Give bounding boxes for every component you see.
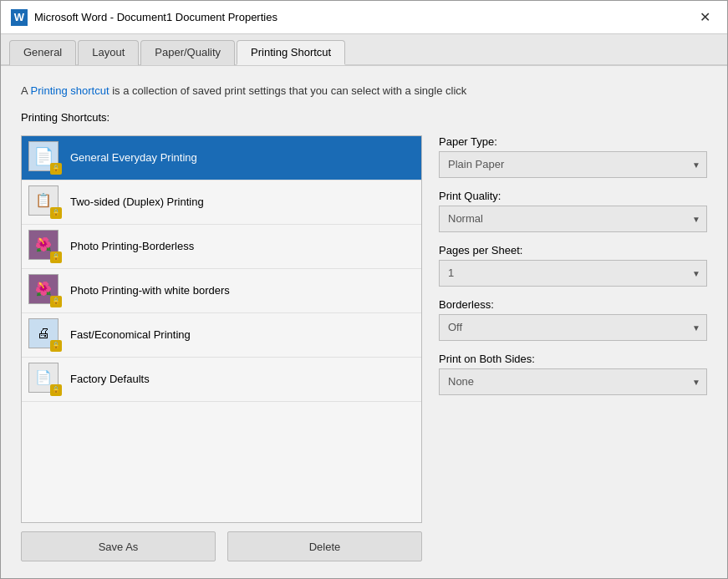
paper-type-wrapper: Plain Paper ▼ <box>439 151 707 178</box>
print-quality-group: Print Quality: Normal ▼ <box>439 190 707 232</box>
close-button[interactable]: ✕ <box>692 5 717 30</box>
paper-type-select[interactable]: Plain Paper <box>439 151 707 178</box>
item-icon-general: 📄 🔒 <box>28 141 62 175</box>
item-label-economy: Fast/Economical Printing <box>70 328 191 341</box>
shortcuts-list: 📄 🔒 General Everyday Printing 📋 🔒 Two-si… <box>21 135 422 524</box>
tab-content: A Printing shortcut is a collection of s… <box>1 66 727 578</box>
dialog-window: W Microsoft Word - Document1 Document Pr… <box>0 0 728 579</box>
tab-layout[interactable]: Layout <box>78 40 139 65</box>
lock-badge: 🔒 <box>50 163 62 175</box>
lock-badge: 🔒 <box>50 251 62 263</box>
right-panel: Paper Type: Plain Paper ▼ Print Quality:… <box>439 135 707 562</box>
list-item[interactable]: 📄 🔒 General Everyday Printing <box>22 136 421 180</box>
print-both-sides-label: Print on Both Sides: <box>439 353 707 365</box>
delete-button[interactable]: Delete <box>227 531 422 561</box>
item-icon-factory: 📄 🔒 <box>28 363 62 396</box>
pages-per-sheet-label: Pages per Sheet: <box>439 244 707 256</box>
list-item[interactable]: 🌺 🔒 Photo Printing-with white borders <box>22 269 421 313</box>
paper-type-group: Paper Type: Plain Paper ▼ <box>439 135 707 178</box>
tab-bar: General Layout Paper/Quality Printing Sh… <box>1 34 727 66</box>
title-bar: W Microsoft Word - Document1 Document Pr… <box>1 1 727 34</box>
list-item[interactable]: 📄 🔒 Factory Defaults <box>22 358 421 402</box>
list-item[interactable]: 🖨 🔒 Fast/Economical Printing <box>22 313 421 358</box>
dialog-title: Microsoft Word - Document1 Document Prop… <box>34 11 277 23</box>
paper-type-label: Paper Type: <box>439 135 707 148</box>
list-panel: 📄 🔒 General Everyday Printing 📋 🔒 Two-si… <box>21 135 422 562</box>
tab-printing-shortcut[interactable]: Printing Shortcut <box>237 40 345 65</box>
pages-per-sheet-select[interactable]: 1 <box>439 260 707 287</box>
item-icon-photo-b: 🌺 🔒 <box>28 230 62 263</box>
borderless-group: Borderless: Off ▼ <box>439 298 707 341</box>
save-as-button[interactable]: Save As <box>21 531 216 561</box>
print-quality-wrapper: Normal ▼ <box>439 206 707 232</box>
pages-per-sheet-wrapper: 1 ▼ <box>439 260 707 287</box>
print-both-sides-wrapper: None ▼ <box>439 368 707 395</box>
pages-per-sheet-group: Pages per Sheet: 1 ▼ <box>439 244 707 287</box>
title-bar-left: W Microsoft Word - Document1 Document Pr… <box>11 9 277 26</box>
item-icon-photo-w: 🌺 🔒 <box>28 274 62 307</box>
item-label-general: General Everyday Printing <box>70 151 197 164</box>
item-label-factory: Factory Defaults <box>70 373 150 385</box>
list-item[interactable]: 📋 🔒 Two-sided (Duplex) Printing <box>22 180 421 225</box>
description-highlight: Printing shortcut <box>31 84 109 97</box>
item-label-photo-w: Photo Printing-with white borders <box>70 284 230 297</box>
item-label-duplex: Two-sided (Duplex) Printing <box>70 196 204 208</box>
print-quality-label: Print Quality: <box>439 190 707 202</box>
borderless-label: Borderless: <box>439 298 707 311</box>
borderless-wrapper: Off ▼ <box>439 314 707 341</box>
lock-badge: 🔒 <box>50 207 62 219</box>
lock-badge: 🔒 <box>50 296 62 307</box>
tab-general[interactable]: General <box>9 40 76 65</box>
print-both-sides-select[interactable]: None <box>439 368 707 395</box>
description-text: A Printing shortcut is a collection of s… <box>21 83 707 99</box>
tab-paper-quality[interactable]: Paper/Quality <box>140 40 235 65</box>
button-row: Save As Delete <box>21 531 422 561</box>
item-icon-duplex: 📋 🔒 <box>28 185 62 219</box>
main-area: 📄 🔒 General Everyday Printing 📋 🔒 Two-si… <box>21 135 707 562</box>
list-item[interactable]: 🌺 🔒 Photo Printing-Borderless <box>22 225 421 269</box>
item-icon-economy: 🖨 🔒 <box>28 318 62 352</box>
print-quality-select[interactable]: Normal <box>439 206 707 232</box>
lock-badge: 🔒 <box>50 340 62 352</box>
app-icon: W <box>11 9 28 26</box>
lock-badge: 🔒 <box>50 384 62 396</box>
shortcuts-label: Printing Shortcuts: <box>21 111 707 124</box>
print-both-sides-group: Print on Both Sides: None ▼ <box>439 353 707 395</box>
item-label-photo-b: Photo Printing-Borderless <box>70 240 194 252</box>
borderless-select[interactable]: Off <box>439 314 707 341</box>
